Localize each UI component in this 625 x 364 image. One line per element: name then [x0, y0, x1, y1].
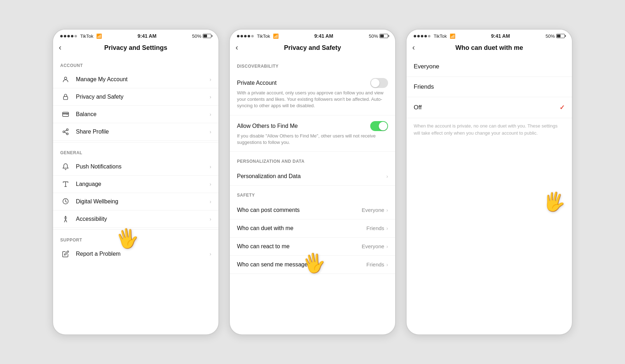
allow-find-title: Allow Others to Find Me	[237, 123, 298, 129]
wifi-icon-3: 📶	[450, 33, 455, 39]
chevron-push-notifications: ›	[210, 164, 211, 170]
private-account-toggle[interactable]	[370, 78, 388, 88]
who-react-val-text: Everyone	[362, 243, 384, 249]
option-note: When the account is private, no one can …	[407, 118, 572, 141]
who-react-title: Who can react to me	[237, 243, 290, 250]
setting-who-duet[interactable]: Who can duet with me Friends ›	[230, 219, 395, 238]
person-icon	[60, 76, 71, 83]
dot5	[74, 35, 77, 37]
battery-percent-1: 50%	[192, 33, 201, 39]
setting-who-post-comments[interactable]: Who can post comments Everyone ›	[230, 201, 395, 219]
setting-who-react[interactable]: Who can react to me Everyone ›	[230, 238, 395, 256]
screen1-content: ACCOUNT Manage My Account › Privacy and …	[53, 57, 218, 334]
menu-item-accessibility[interactable]: Accessibility ›	[53, 210, 218, 228]
nav-title-1: Privacy and Settings	[70, 44, 201, 52]
section-label-account: ACCOUNT	[53, 57, 218, 71]
carrier-label-2: TikTok	[257, 33, 270, 39]
chevron-react: ›	[386, 244, 388, 249]
screen3-content: Everyone Friends Off ✓ When the account …	[407, 57, 572, 334]
section-personalization: PERSONALIZATION AND DATA	[230, 152, 395, 167]
status-time-1: 9:41 AM	[138, 33, 156, 39]
chevron-personalization: ›	[386, 173, 388, 179]
who-post-comments-value: Everyone ›	[362, 207, 388, 213]
menu-label-balance: Balance	[76, 111, 210, 118]
setting-private-account[interactable]: Private Account With a private account, …	[230, 72, 395, 115]
back-button-2[interactable]: ‹	[236, 43, 247, 52]
allow-find-toggle[interactable]	[370, 121, 388, 131]
back-button-1[interactable]: ‹	[59, 43, 70, 52]
option-friends-label: Friends	[414, 83, 434, 90]
status-left-3: TikTok 📶	[414, 33, 455, 39]
menu-item-share-profile[interactable]: Share Profile ›	[53, 123, 218, 141]
chevron-privacy-safety: ›	[210, 94, 211, 100]
share-icon	[60, 128, 71, 135]
menu-item-push-notifications[interactable]: Push Notifications ›	[53, 158, 218, 176]
pencil-icon	[60, 250, 71, 258]
setting-who-messages[interactable]: Who can send me messages Friends ›	[230, 256, 395, 274]
phone-screen-1: TikTok 📶 9:41 AM 50% ‹ Privacy and Setti…	[52, 29, 219, 335]
menu-item-manage-account[interactable]: Manage My Account ›	[53, 71, 218, 88]
menu-item-privacy-safety[interactable]: Privacy and Safety ›	[53, 88, 218, 106]
battery-icon-1	[203, 34, 211, 38]
menu-item-digital-wellbeing[interactable]: Digital Wellbeing ›	[53, 193, 218, 210]
phone-screen-3: TikTok 📶 9:41 AM 50% ‹ Who can duet with…	[406, 29, 573, 335]
nav-bar-1: ‹ Privacy and Settings	[53, 40, 218, 57]
battery-icon-3	[556, 34, 565, 38]
nav-title-3: Who can duet with me	[424, 44, 555, 52]
section-safety: SAFETY	[230, 186, 395, 201]
who-react-value: Everyone ›	[362, 243, 388, 249]
screen2-content: DISCOVERABILITY Private Account With a p…	[230, 57, 395, 334]
private-account-title: Private Account	[237, 80, 277, 86]
dot4	[71, 35, 73, 37]
menu-item-report-problem[interactable]: Report a Problem ›	[53, 245, 218, 262]
svg-line-8	[64, 130, 67, 131]
phone-wrapper-3: TikTok 📶 9:41 AM 50% ‹ Who can duet with…	[406, 29, 573, 335]
s3-dot2	[417, 35, 420, 37]
chevron-accessibility: ›	[210, 216, 211, 222]
menu-item-language[interactable]: Language ›	[53, 176, 218, 193]
status-left-2: TikTok 📶	[237, 33, 279, 39]
lock-icon	[60, 93, 71, 100]
carrier-label: TikTok	[80, 33, 93, 39]
who-duet-value: Friends ›	[366, 225, 388, 231]
checkmark-icon: ✓	[559, 104, 565, 111]
menu-label-accessibility: Accessibility	[76, 216, 210, 222]
s3-dot1	[414, 35, 416, 37]
who-duet-title: Who can duet with me	[237, 225, 293, 232]
chevron-duet: ›	[386, 225, 388, 231]
nav-title-2: Privacy and Safety	[247, 44, 378, 52]
menu-label-push-notifications: Push Notifications	[76, 163, 210, 170]
battery-fill-2	[380, 35, 384, 37]
option-everyone-label: Everyone	[414, 63, 439, 70]
menu-label-privacy-safety: Privacy and Safety	[76, 94, 210, 100]
allow-find-header: Allow Others to Find Me	[237, 121, 388, 131]
back-button-3[interactable]: ‹	[412, 43, 424, 52]
svg-rect-1	[63, 97, 68, 99]
menu-label-share-profile: Share Profile	[76, 129, 210, 135]
section-label-general: GENERAL	[53, 144, 218, 158]
s3-dot3	[421, 35, 423, 37]
who-post-comments-val-text: Everyone	[362, 207, 384, 213]
option-off[interactable]: Off ✓	[407, 97, 572, 118]
svg-point-0	[64, 77, 67, 79]
toggle-knob-find	[379, 122, 387, 130]
setting-personalization-data[interactable]: Personalization and Data ›	[230, 167, 395, 186]
who-messages-value: Friends ›	[366, 261, 388, 267]
menu-item-balance[interactable]: Balance ›	[53, 106, 218, 123]
chevron-messages: ›	[386, 262, 388, 267]
private-account-desc: With a private account, only users you a…	[237, 90, 388, 109]
dot2	[64, 35, 66, 37]
s2-dot1	[237, 35, 239, 37]
option-everyone[interactable]: Everyone	[407, 57, 572, 77]
menu-label-report-problem: Report a Problem	[76, 251, 210, 257]
option-friends[interactable]: Friends	[407, 77, 572, 97]
setting-allow-find[interactable]: Allow Others to Find Me If you disable "…	[230, 115, 395, 152]
option-off-label: Off	[414, 104, 422, 111]
allow-find-desc: If you disable "Allow Others to Find Me"…	[237, 133, 388, 146]
s3-dot4	[424, 35, 427, 37]
menu-label-digital-wellbeing: Digital Wellbeing	[76, 198, 210, 205]
wifi-icon: 📶	[96, 33, 102, 39]
menu-label-manage-account: Manage My Account	[76, 76, 210, 83]
status-right-2: 50%	[369, 33, 388, 39]
accessibility-icon	[60, 215, 71, 223]
